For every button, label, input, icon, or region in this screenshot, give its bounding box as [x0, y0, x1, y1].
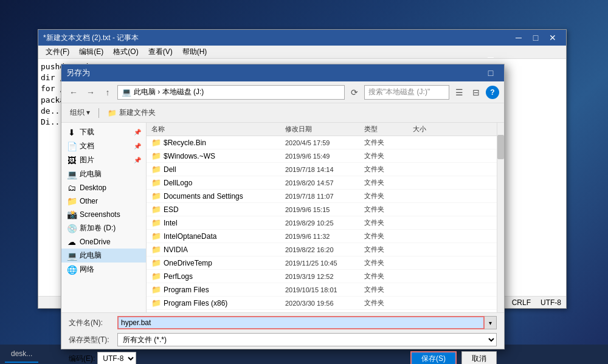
filename-row: 文件名(N): ▾ [69, 315, 497, 330]
nav-documents-label: 文档 [80, 141, 94, 151]
file-name: 📁 NVIDIA [147, 245, 280, 254]
search-box[interactable]: 搜索"本地磁盘 (J:)" [364, 85, 449, 100]
table-row[interactable]: 📁 OneDriveTemp 2019/11/25 10:45 文件夹 [147, 256, 497, 270]
file-type: 文件夹 [359, 165, 408, 174]
encoding-select[interactable]: UTF-8 [97, 352, 136, 364]
new-folder-label: 新建文件夹 [119, 108, 156, 118]
table-row[interactable]: 📁 Intel 2019/8/29 10:25 文件夹 [147, 216, 497, 230]
filename-input[interactable] [117, 316, 485, 329]
screenshots-icon: 📸 [66, 210, 77, 219]
file-date: 2019/9/6 15:15 [280, 206, 359, 213]
file-name-text: DellLogo [164, 179, 192, 187]
dialog-actions: 编码(E): UTF-8 保存(S) 取消 [61, 349, 504, 364]
nav-item-desktop[interactable]: 🗂 Desktop [61, 181, 146, 194]
table-row[interactable]: 📁 $Windows.~WS 2019/9/6 15:49 文件夹 [147, 149, 497, 163]
col-header-date[interactable]: 修改日期 [280, 123, 359, 136]
saveas-dialog: 另存为 ─ □ ✕ ← → ↑ 💻 此电脑 › 本地磁盘 (J:) ⟳ 搜索"本… [61, 64, 505, 349]
menu-help[interactable]: 帮助(H) [178, 46, 212, 58]
left-nav: ⬇ 下载 📌 📄 文档 📌 🖼 图片 📌 💻 此电脑 🗂 Desktop [61, 123, 147, 312]
notepad-minimize-btn[interactable]: ─ [510, 30, 527, 46]
back-btn[interactable]: ← [66, 85, 81, 100]
nav-item-thispc[interactable]: 💻 此电脑 [61, 167, 146, 181]
file-type: 文件夹 [359, 258, 408, 267]
menu-edit[interactable]: 编辑(E) [74, 46, 108, 58]
save-button[interactable]: 保存(S) [410, 351, 457, 364]
taskbar-notepad-item[interactable]: desk... [5, 346, 38, 363]
nav-item-downloads[interactable]: ⬇ 下载 📌 [61, 125, 146, 139]
nav-item-other[interactable]: 📁 Other [61, 194, 146, 208]
file-date: 2019/7/18 14:14 [280, 166, 359, 173]
table-row[interactable]: 📁 $Recycle.Bin 2020/4/5 17:59 文件夹 [147, 136, 497, 149]
table-row[interactable]: 📁 IntelOptaneData 2019/9/6 11:32 文件夹 [147, 230, 497, 243]
file-list-header: 名称 修改日期 类型 大小 [147, 123, 497, 136]
col-header-type[interactable]: 类型 [359, 123, 408, 136]
file-date: 2020/4/5 17:59 [280, 139, 359, 146]
col-header-name[interactable]: 名称 [147, 123, 280, 136]
saveas-maximize-btn[interactable]: □ [482, 65, 499, 81]
file-type: 文件夹 [359, 191, 408, 201]
nav-item-drive-d[interactable]: 💿 新加卷 (D:) [61, 221, 146, 235]
address-bar[interactable]: 💻 此电脑 › 本地磁盘 (J:) [117, 85, 345, 100]
table-row[interactable]: 📁 Program Files 2019/10/15 18:01 文件夹 [147, 283, 497, 297]
file-date: 2019/11/25 10:45 [280, 259, 359, 267]
file-date: 2019/10/15 18:01 [280, 286, 359, 294]
notepad-close-btn[interactable]: ✕ [544, 30, 561, 46]
scrollbar-vertical[interactable] [497, 123, 504, 312]
table-row[interactable]: 📁 ESD 2019/9/6 15:15 文件夹 [147, 203, 497, 216]
organize-btn[interactable]: 组织 ▾ [66, 106, 94, 119]
new-folder-btn[interactable]: 📁 新建文件夹 [104, 106, 159, 119]
file-name-text: Intel [164, 219, 178, 227]
forward-btn[interactable]: → [83, 85, 98, 100]
nav-downloads-label: 下载 [80, 127, 94, 137]
table-row[interactable]: 📁 DellLogo 2019/8/20 14:57 文件夹 [147, 176, 497, 190]
dialog-organize-toolbar: 组织 ▾ 📁 新建文件夹 [61, 103, 504, 123]
filename-dropdown-arrow[interactable]: ▾ [485, 316, 497, 329]
file-name-text: IntelOptaneData [164, 232, 216, 241]
menu-file[interactable]: 文件(F) [41, 46, 74, 58]
table-row[interactable]: 📁 Dell 2019/7/18 14:14 文件夹 [147, 163, 497, 176]
file-type: 文件夹 [359, 138, 408, 147]
saveas-minimize-btn[interactable]: ─ [482, 49, 499, 65]
nav-item-network[interactable]: 🌐 网络 [61, 263, 146, 276]
nav-other-label: Other [80, 197, 98, 205]
nav-item-documents[interactable]: 📄 文档 📌 [61, 139, 146, 153]
table-row[interactable]: 📁 NVIDIA 2019/8/22 16:20 文件夹 [147, 243, 497, 256]
menu-format[interactable]: 格式(O) [108, 46, 143, 58]
file-type: 文件夹 [359, 232, 408, 241]
file-date: 2019/8/29 10:25 [280, 219, 359, 227]
scroll-thumb[interactable] [497, 135, 504, 159]
file-name-text: Program Files (x86) [164, 299, 227, 307]
refresh-btn[interactable]: ⟳ [347, 85, 362, 100]
desktop-icon: 🗂 [66, 183, 77, 193]
file-type: 文件夹 [359, 151, 408, 160]
file-list-area: 名称 修改日期 类型 大小 📁 $Recycle.Bin 2020/4/5 17… [147, 123, 497, 312]
nav-item-pictures[interactable]: 🖼 图片 📌 [61, 153, 146, 167]
help-btn[interactable]: ? [486, 86, 499, 99]
folder-icon: 📁 [151, 138, 161, 147]
file-date: 2019/3/19 12:52 [280, 273, 359, 280]
col-header-size[interactable]: 大小 [408, 123, 444, 136]
file-name-text: $Recycle.Bin [164, 139, 206, 147]
filetype-row: 保存类型(T): 所有文件 (*.*) [69, 332, 497, 347]
view-options-btn[interactable]: ☰ [452, 85, 466, 100]
nav-item-screenshots[interactable]: 📸 Screenshots [61, 208, 146, 221]
filetype-select[interactable]: 所有文件 (*.*) [117, 333, 497, 346]
nav-item-this-computer[interactable]: 💻 此电脑 [61, 249, 146, 263]
nav-thispc-label: 此电脑 [80, 169, 102, 179]
cancel-button[interactable]: 取消 [461, 351, 497, 364]
up-btn[interactable]: ↑ [100, 85, 115, 100]
view-toggle-btn[interactable]: ⊟ [469, 85, 483, 100]
table-row[interactable]: 📁 Program Files (x86) 2020/3/30 19:56 文件… [147, 297, 497, 310]
saveas-titlebar: 另存为 ─ □ ✕ [61, 64, 504, 81]
menu-view[interactable]: 查看(V) [143, 46, 178, 58]
file-name-text: OneDriveTemp [164, 259, 212, 267]
file-name: 📁 IntelOptaneData [147, 232, 280, 241]
table-row[interactable]: 📁 Documents and Settings 2019/7/18 11:07… [147, 190, 497, 203]
toolbar-separator [98, 108, 99, 118]
nav-item-onedrive[interactable]: ☁ OneDrive [61, 235, 146, 249]
thispc-icon: 💻 [66, 170, 77, 179]
nav-network-label: 网络 [80, 264, 94, 275]
pin-icon: 📌 [134, 129, 141, 136]
notepad-maximize-btn[interactable]: □ [527, 30, 544, 46]
table-row[interactable]: 📁 PerfLogs 2019/3/19 12:52 文件夹 [147, 270, 497, 283]
